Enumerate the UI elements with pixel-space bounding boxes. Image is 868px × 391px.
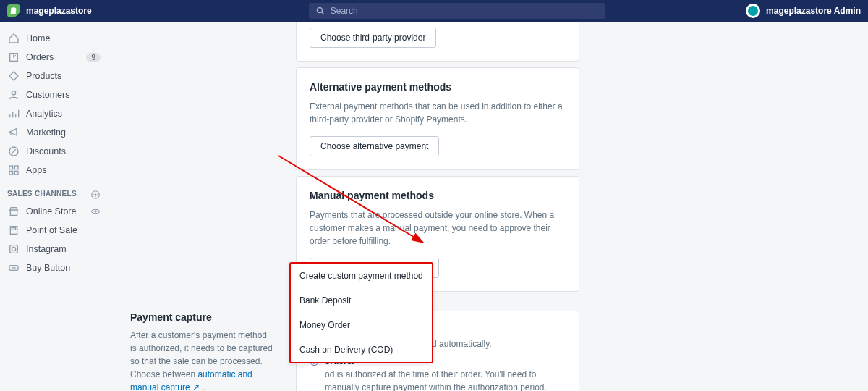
alternative-title: Alternative payment methods [310,81,566,93]
nav-orders[interactable]: Orders 9 [0,48,108,67]
capture-title: Payment capture [130,311,275,323]
admin-avatar[interactable] [746,4,760,18]
nav-home[interactable]: Home [0,29,108,48]
admin-name: mageplazastore Admin [766,6,861,16]
svg-rect-13 [12,228,15,230]
third-party-card: Choose third-party provider [297,22,579,61]
apps-icon [7,164,20,177]
nav-discounts[interactable]: Discounts [0,142,108,161]
svg-line-1 [321,12,323,14]
nav-apps[interactable]: Apps [0,161,108,180]
nav-marketing[interactable]: Marketing [0,123,108,142]
nav-pos[interactable]: Point of Sale [0,221,108,240]
add-channel-icon[interactable] [90,190,101,200]
option-bank-deposit[interactable]: Bank Deposit [291,288,432,313]
svg-point-11 [95,211,96,212]
shopify-logo-icon [7,4,20,17]
manual-title: Manual payment methods [310,190,566,201]
capture-desc: After a customer's payment method is aut… [130,329,275,391]
orders-icon [7,51,20,64]
sidebar: Home Orders 9 Products Customers Analyti… [0,22,109,391]
nav-buy-button[interactable]: Buy Button [0,258,108,277]
option-money-order[interactable]: Money Order [291,313,432,337]
home-icon [7,32,20,45]
svg-rect-14 [10,245,18,253]
choose-alternative-button[interactable]: Choose alternative payment [310,136,439,156]
svg-point-15 [12,247,15,251]
alternative-desc: External payment methods that can be use… [310,100,566,126]
manual-dropdown-menu: Create custom payment method Bank Deposi… [289,262,433,363]
svg-point-0 [317,8,322,13]
svg-point-10 [92,209,100,214]
svg-rect-8 [14,171,18,175]
topbar: mageplazastore Search mageplazastore Adm… [0,0,868,22]
orders-badge: 9 [86,53,101,62]
store-name: mageplazastore [26,6,92,16]
marketing-icon [7,126,20,139]
main-content: Choose third-party provider Alternative … [109,22,868,391]
nav-online-store[interactable]: Online Store [0,202,108,221]
alternative-card: Alternative payment methods External pay… [297,68,579,169]
choose-third-party-button[interactable]: Choose third-party provider [310,28,436,48]
sales-channels-heading: SALES CHANNELS [0,180,108,202]
search-placeholder: Search [331,6,358,16]
analytics-icon [7,107,20,120]
manual-card: Manual payment methods Payments that are… [297,177,579,291]
discounts-icon [7,145,20,158]
pos-icon [7,224,20,237]
view-store-icon[interactable] [90,206,101,216]
buy-button-icon [7,261,20,274]
instagram-icon [7,243,20,256]
products-icon [7,70,20,83]
svg-rect-7 [9,171,13,175]
svg-rect-5 [9,166,13,169]
capture-left: Payment capture After a customer's payme… [130,311,275,391]
nav-instagram[interactable]: Instagram [0,240,108,258]
search-input[interactable]: Search [309,3,605,19]
svg-rect-6 [14,166,18,169]
nav-analytics[interactable]: Analytics [0,104,108,123]
svg-point-3 [12,91,15,95]
manual-desc: Payments that are processed outside your… [310,209,566,248]
customers-icon [7,88,20,101]
nav-customers[interactable]: Customers [0,85,108,104]
option-custom[interactable]: Create custom payment method [291,264,432,288]
option-cod[interactable]: Cash on Delivery (COD) [291,337,432,362]
nav-products[interactable]: Products [0,67,108,85]
online-store-icon [7,205,20,218]
